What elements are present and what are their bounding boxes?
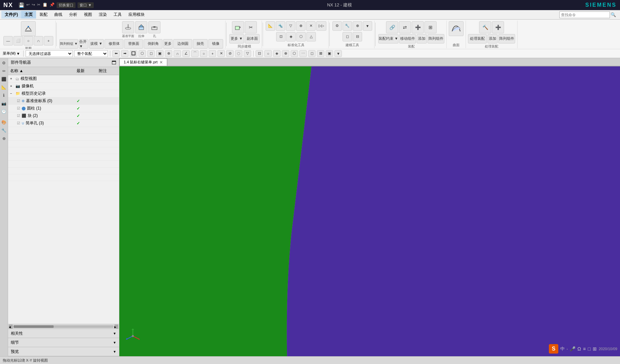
view-icon1[interactable]: ⊡ [256,50,263,57]
add-btn[interactable]: 添加 [417,34,427,43]
sel-icon3[interactable]: 🔲 [130,50,137,57]
check-block[interactable]: ☑ [17,114,20,118]
delete-face-icon[interactable]: ✂ [245,21,257,33]
left-icon-settings[interactable]: ⚙ [1,60,7,66]
process-icon1[interactable]: 🔨 [479,21,491,33]
sidebar-scroll[interactable]: 名称 ▲ 最新 附注 + 🗂 模型视图 [8,67,119,324]
sel-icon13[interactable]: ✕ [217,50,225,57]
edge-blend-icon[interactable]: 边倒圆 [173,39,192,49]
search-icon[interactable]: 🔍 [611,12,616,17]
assembly-constraint-icon[interactable]: 🔗 [386,21,398,33]
cut-icon[interactable]: ✂ [37,2,40,8]
more-feature-icon[interactable]: 更多 [163,39,173,49]
scroll-right-btn[interactable]: ▸ [114,325,118,329]
window-btn[interactable]: 窗口 ▼ [78,2,94,8]
std-icon9[interactable]: △ [306,32,316,41]
menu-item-curve[interactable]: 曲线 [51,11,66,19]
expand-model-view[interactable]: + [10,77,14,81]
view-icon6[interactable]: ⋯ [299,50,307,57]
menu-item-view[interactable]: 视图 [81,11,95,19]
menu-dropdown[interactable]: 菜单(M)▼ [1,50,21,57]
mic-icon[interactable]: 🎤 [570,346,575,352]
std-icon2[interactable]: 🔩 [276,21,285,31]
menu-item-app[interactable]: 应用模块 [125,11,148,19]
redo-icon[interactable]: ↪ [32,2,35,8]
copy-face-icon[interactable]: 副本面 [245,34,260,43]
replace-icon[interactable]: 替换面 [124,39,143,49]
navigation-gizmo[interactable] [123,326,143,346]
move-face-icon[interactable] [232,21,244,33]
left-icon-measure[interactable]: 📐 [1,84,7,91]
sel-icon10[interactable]: ⌒ [191,50,199,57]
menu-item-assembly[interactable]: 装配 [36,11,51,19]
std-icon1[interactable]: 📐 [266,21,275,31]
array-comp-btn[interactable]: 阵列组件 [427,34,444,43]
rect-icon[interactable]: ⬜ [13,36,23,46]
sel-icon2[interactable]: ➡ [121,50,128,57]
table-row[interactable]: ☑ ∪ 简单孔 (3) ✓ [8,120,119,127]
move-component-icon[interactable]: ⇄ [399,21,411,33]
view-icon5[interactable]: ⬡ [291,50,298,57]
hole-icon[interactable] [148,21,160,33]
check-datum[interactable]: ☑ [17,99,20,103]
menu-item-render[interactable]: 渲染 [95,11,110,19]
accordion-preview-header[interactable]: 预览 ▼ [8,347,119,356]
square-icon[interactable]: □ [588,346,590,352]
search-box[interactable]: 🔍 [559,11,616,18]
left-icon-color[interactable]: 🎨 [1,119,7,126]
std-icon5[interactable]: ✕ [306,21,316,31]
surface-icon[interactable] [449,21,464,36]
undo-icon[interactable]: ↩ [26,2,30,8]
sel-icon16[interactable]: ▽ [244,50,251,57]
plus-icon[interactable]: + [44,36,53,46]
omega-icon[interactable]: Ω [578,346,581,352]
std-icon3[interactable]: ▽ [286,21,295,31]
sel-icon1[interactable]: ⬅ [112,50,120,57]
copy-icon[interactable]: 📋 [42,2,48,8]
table-row[interactable]: ☑ ⬛ 块 (2) ✓ [8,112,119,120]
left-icon-camera[interactable]: 📷 [1,100,7,107]
gc-icon5[interactable]: ⊟ [353,32,362,41]
tab-close-btn[interactable]: ✕ [159,60,163,65]
std-more-icon[interactable]: ▷▷ [316,21,326,31]
lang-icon[interactable]: 中 [560,346,565,352]
sel-icon14[interactable]: ⊘ [226,50,234,57]
view-more-icon[interactable]: ▼ [334,50,342,57]
accordion-relevance-header[interactable]: 相关性 ▼ [8,329,119,338]
search-input[interactable] [559,11,610,18]
gc-icon1[interactable]: ⚙ [332,21,342,31]
left-icon-clock[interactable]: 🕐 [1,108,7,115]
left-icon-tool[interactable]: 🔧 [1,127,7,134]
chamfer-icon[interactable]: 倒斜角 [144,39,163,49]
arc-icon[interactable]: ∩ [34,36,43,46]
extrude-icon[interactable] [135,21,147,33]
sel-icon12[interactable]: + [209,50,216,57]
view-icon7[interactable]: ◻ [308,50,316,57]
gc-icon3[interactable]: ⊕ [353,21,362,31]
view-icon3[interactable]: ◈ [273,50,281,57]
menu-icon[interactable]: ≡ [583,346,586,352]
check-hole[interactable]: ☑ [17,121,20,125]
sel-icon6[interactable]: ▣ [156,50,164,57]
table-row[interactable]: − 📁 模型历史记录 [8,90,119,97]
std-icon7[interactable]: ◈ [286,32,296,41]
table-row[interactable]: ☑ ⬤ 圆柱 (1) ✓ [8,105,119,112]
filter-select[interactable]: 无选择过滤器 [26,50,73,57]
process-array-btn[interactable]: 阵列组件 [498,34,515,43]
datum-plane-icon[interactable] [122,21,134,33]
sel-icon7[interactable]: ⊕ [165,50,172,57]
gc-icon4[interactable]: ◻ [343,32,352,41]
tab-model[interactable]: 1.4 鼠标右键菜单.prt ✕ [119,58,167,66]
sel-icon15[interactable]: ◌ [235,50,242,57]
line-icon[interactable]: — [3,36,13,46]
sel-icon9[interactable]: ∠ [182,50,190,57]
expand-camera[interactable]: + [10,84,14,88]
gc-icon2[interactable]: 🔧 [343,21,352,31]
process-assembly-btn[interactable]: 处理装配 [468,34,487,43]
gc-more-icon[interactable]: ▼ [363,21,372,31]
sidebar-hscroll[interactable]: ◂ ▸ [8,324,119,329]
accordion-detail-header[interactable]: 细节 ▼ [8,338,119,347]
switch-window-btn[interactable]: 切换窗口 [57,2,76,8]
left-icon-info[interactable]: ℹ [1,92,7,99]
sel-icon8[interactable]: ∩ [174,50,181,57]
